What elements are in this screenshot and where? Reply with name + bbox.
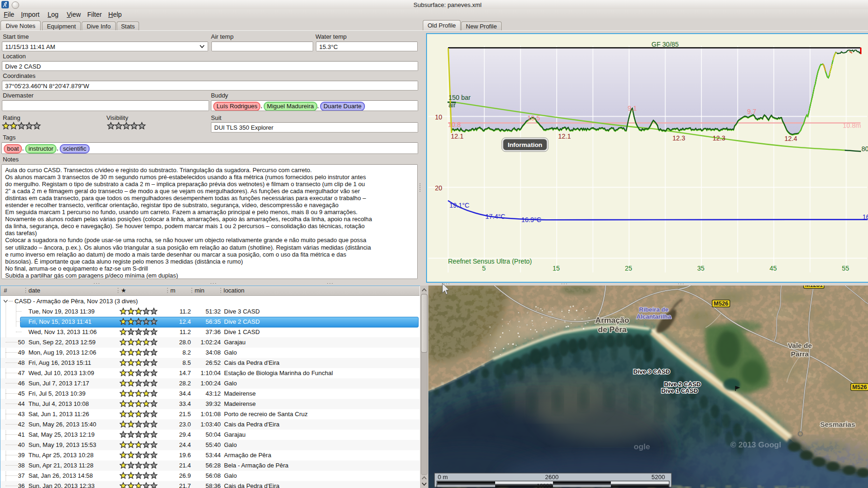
svg-text:Armação: Armação (595, 316, 630, 325)
svg-text:0 m: 0 m (438, 474, 448, 481)
svg-text:15: 15 (553, 265, 560, 272)
svg-text:10.8: 10.8 (448, 121, 461, 128)
svg-text:© 2013 Googl: © 2013 Googl (730, 440, 781, 449)
svg-text:35: 35 (697, 265, 705, 272)
svg-text:20: 20 (435, 184, 442, 192)
svg-text:Dive 1 CASD: Dive 1 CASD (661, 387, 698, 394)
svg-text:150 bar: 150 bar (448, 94, 471, 101)
svg-text:M526: M526 (714, 300, 728, 307)
svg-text:45: 45 (770, 265, 777, 272)
svg-text:10.5: 10.5 (527, 114, 540, 122)
svg-text:Sesmarias: Sesmarias (820, 420, 855, 428)
svg-text:Ribeira de: Ribeira de (639, 306, 669, 313)
svg-text:Parra: Parra (791, 350, 809, 358)
svg-text:25: 25 (625, 265, 632, 272)
svg-text:17.4°C: 17.4°C (485, 213, 505, 220)
svg-text:de Pêra: de Pêra (598, 325, 627, 334)
svg-text:ogle: ogle (634, 442, 650, 451)
svg-text:9.7: 9.7 (747, 108, 756, 115)
svg-text:10.8m: 10.8m (843, 122, 861, 129)
svg-text:12.1: 12.1 (451, 132, 463, 140)
svg-text:80: 80 (861, 145, 868, 153)
svg-text:16: 16 (862, 213, 868, 221)
svg-text:12.3: 12.3 (713, 134, 725, 142)
svg-text:19.1°C: 19.1°C (449, 202, 469, 209)
svg-text:Reefnet Sensus Ultra (Preto): Reefnet Sensus Ultra (Preto) (448, 258, 532, 265)
svg-text:Information: Information (508, 141, 542, 148)
svg-text:Dive 2 CASD: Dive 2 CASD (664, 381, 701, 388)
svg-text:10000: 10000 (537, 483, 553, 488)
svg-text:M526: M526 (852, 384, 867, 390)
svg-text:12.3: 12.3 (672, 134, 685, 142)
svg-text:Vale de: Vale de (788, 342, 812, 349)
svg-text:2600: 2600 (545, 474, 559, 481)
svg-text:air: air (448, 101, 456, 109)
svg-text:5200: 5200 (651, 474, 665, 481)
svg-text:9.1: 9.1 (628, 105, 637, 112)
svg-text:GF 30/85: GF 30/85 (651, 41, 679, 48)
svg-text:12.1: 12.1 (558, 132, 571, 140)
svg-text:12.4: 12.4 (784, 135, 797, 142)
svg-text:55: 55 (842, 265, 849, 272)
svg-text:16.9°C: 16.9°C (521, 216, 541, 223)
svg-text:Alcantarilha: Alcantarilha (637, 313, 672, 320)
svg-text:M1281: M1281 (805, 286, 823, 288)
svg-text:5: 5 (482, 265, 486, 272)
svg-text:Dive 3 CASD: Dive 3 CASD (633, 368, 670, 375)
svg-text:10: 10 (435, 113, 442, 121)
